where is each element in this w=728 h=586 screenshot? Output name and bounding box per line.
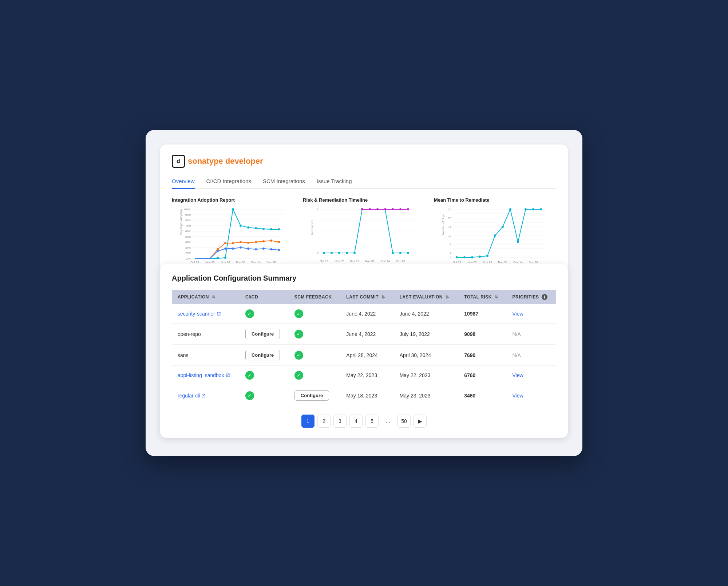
tab-overview[interactable]: Overview (172, 175, 195, 189)
cicd-cell-2: Configure (240, 324, 289, 345)
cicd-check-4: ✓ (245, 371, 254, 380)
logo-name-part1: sonatype (188, 157, 223, 166)
priorities-cell-1: View (507, 304, 556, 324)
cicd-cell-1: ✓ (240, 304, 289, 324)
priorities-cell-4: View (507, 366, 556, 385)
svg-point-76 (399, 208, 401, 210)
external-link-icon (217, 312, 221, 316)
total-risk-cell-1: 10987 (458, 304, 506, 324)
app-link-security-scanner[interactable]: security-scanner (178, 311, 234, 317)
header: d sonatype developer (172, 155, 556, 168)
logo: d sonatype developer (172, 155, 263, 168)
scm-configure-btn-5[interactable]: Configure (294, 390, 329, 401)
sort-icon-total-risk[interactable]: ⇅ (495, 295, 498, 300)
svg-point-37 (270, 239, 272, 242)
table-row: appl-listing_sandbox ✓ ✓ May 22, 2 (172, 366, 556, 385)
chart2-title: Risk & Remediation Timeline (303, 197, 425, 203)
chart-integration-adoption: Integration Adoption Report (172, 197, 294, 264)
chart-mean-time: Mean Time to Remediate (434, 197, 556, 264)
svg-point-34 (247, 242, 249, 244)
last-commit-cell-4: May 22, 2023 (340, 366, 393, 385)
table-row: open-repo Configure ✓ June 4, 2022 July … (172, 324, 556, 345)
total-risk-cell-5: 3460 (458, 385, 506, 406)
tab-cicd[interactable]: CI/CD Integrations (206, 175, 251, 189)
scm-cell-2: ✓ (289, 324, 341, 345)
last-commit-cell-2: June 4, 2022 (340, 324, 393, 345)
svg-text:40%: 40% (185, 241, 191, 244)
svg-point-112 (517, 241, 519, 243)
last-commit-cell-1: June 4, 2022 (340, 304, 393, 324)
logo-text: sonatype developer (188, 157, 263, 166)
svg-text:10%: 10% (185, 257, 191, 260)
cicd-configure-btn-3[interactable]: Configure (245, 350, 280, 360)
page-btn-2[interactable]: 2 (317, 415, 331, 428)
svg-point-113 (525, 208, 527, 210)
svg-point-35 (255, 241, 257, 243)
svg-point-22 (224, 257, 226, 259)
svg-point-63 (331, 252, 333, 254)
page-btn-next[interactable]: ▶ (414, 415, 427, 428)
svg-point-42 (240, 246, 242, 249)
svg-text:Nov 16: Nov 16 (350, 260, 359, 263)
cicd-cell-5: ✓ (240, 385, 289, 406)
svg-text:Dec 28: Dec 28 (396, 260, 405, 263)
svg-text:90%: 90% (185, 213, 191, 217)
svg-text:Dec 14: Dec 14 (513, 261, 523, 264)
priorities-view-5[interactable]: View (513, 393, 523, 399)
svg-text:In Numbers: In Numbers (310, 220, 314, 235)
scm-cell-3: ✓ (289, 345, 341, 366)
svg-point-23 (232, 208, 234, 210)
svg-text:Number of Days: Number of Days (442, 214, 445, 235)
sort-icon-last-eval[interactable]: ⇅ (446, 295, 449, 300)
priorities-info-icon[interactable]: ℹ (542, 294, 547, 300)
tab-scm[interactable]: SCM Integrations (263, 175, 305, 189)
chart1-svg: 100% 90% 80% 70% 60% 50% 40% 30% 20% 10%… (172, 206, 294, 264)
svg-point-38 (278, 241, 280, 243)
svg-text:Dec 28: Dec 28 (529, 261, 538, 264)
svg-point-109 (494, 234, 496, 237)
logo-icon: d (172, 155, 185, 168)
tab-issue-tracking[interactable]: Issue Tracking (317, 175, 352, 189)
svg-text:1: 1 (317, 208, 319, 211)
last-eval-cell-4: May 22, 2023 (394, 366, 459, 385)
scm-check-3: ✓ (294, 351, 303, 360)
svg-text:50%: 50% (185, 235, 191, 238)
charts-area: Integration Adoption Report (172, 197, 556, 264)
scm-cell-1: ✓ (289, 304, 341, 324)
col-last-commit: LAST COMMIT ⇅ (340, 290, 393, 304)
svg-text:Nov 16: Nov 16 (483, 261, 492, 264)
svg-text:60%: 60% (185, 230, 191, 233)
svg-text:4: 4 (450, 252, 452, 255)
logo-name-part2: developer (225, 157, 263, 166)
priorities-view-1[interactable]: View (513, 311, 523, 317)
cicd-configure-btn-2[interactable]: Configure (245, 329, 280, 339)
svg-text:Nov 02: Nov 02 (335, 260, 344, 263)
col-total-risk: TOTAL RISK ⇅ (458, 290, 506, 304)
svg-point-24 (240, 225, 242, 227)
app-link-appl-listing[interactable]: appl-listing_sandbox (178, 372, 234, 378)
page-btn-3[interactable]: 3 (333, 415, 347, 428)
svg-point-47 (278, 249, 280, 251)
total-risk-cell-4: 6760 (458, 366, 506, 385)
sort-icon-last-commit[interactable]: ⇅ (381, 295, 385, 300)
table-body: security-scanner ✓ ✓ June 4, 2022 (172, 304, 556, 406)
priorities-view-4[interactable]: View (513, 372, 523, 378)
page-btn-1[interactable]: 1 (301, 415, 314, 428)
last-commit-cell-3: April 28, 2024 (340, 345, 393, 366)
cicd-check-1: ✓ (245, 309, 254, 318)
app-cell-5: regular-cli (172, 385, 240, 406)
app-link-regular-cli[interactable]: regular-cli (178, 393, 234, 399)
page-btn-50[interactable]: 50 (397, 415, 411, 428)
svg-text:0: 0 (317, 252, 319, 255)
page-btn-5[interactable]: 5 (365, 415, 379, 428)
sort-icon-application[interactable]: ⇅ (212, 295, 215, 300)
last-eval-cell-2: July 19, 2022 (394, 324, 459, 345)
last-eval-cell-3: April 30, 2024 (394, 345, 459, 366)
col-scm: SCM FEEDBACK (289, 290, 341, 304)
page-btn-4[interactable]: 4 (349, 415, 363, 428)
top-card: d sonatype developer Overview CI/CD Inte… (160, 144, 568, 272)
svg-point-114 (532, 208, 534, 210)
svg-text:Oct 19: Oct 19 (190, 261, 199, 264)
scm-cell-4: ✓ (289, 366, 341, 385)
svg-point-77 (407, 208, 409, 210)
